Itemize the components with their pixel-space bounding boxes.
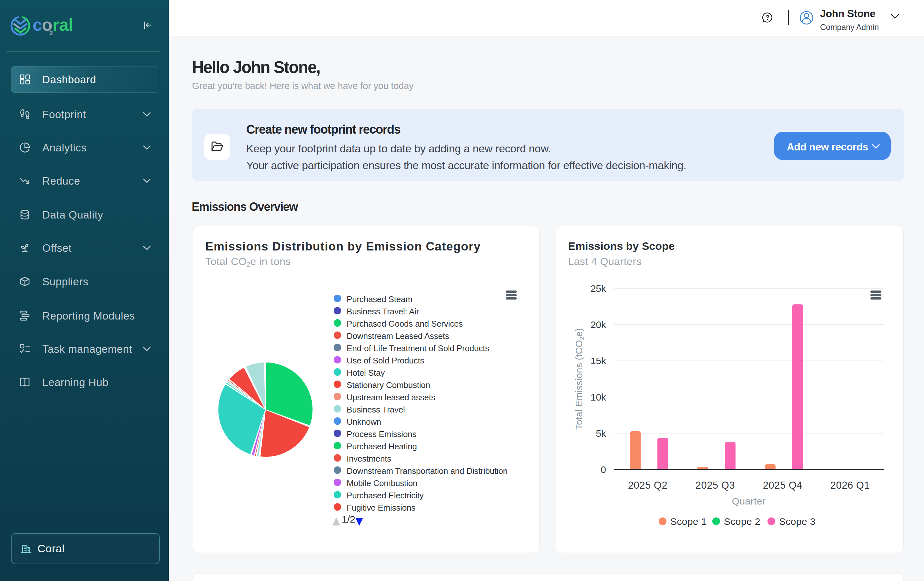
svg-text:?: ? bbox=[766, 14, 769, 21]
